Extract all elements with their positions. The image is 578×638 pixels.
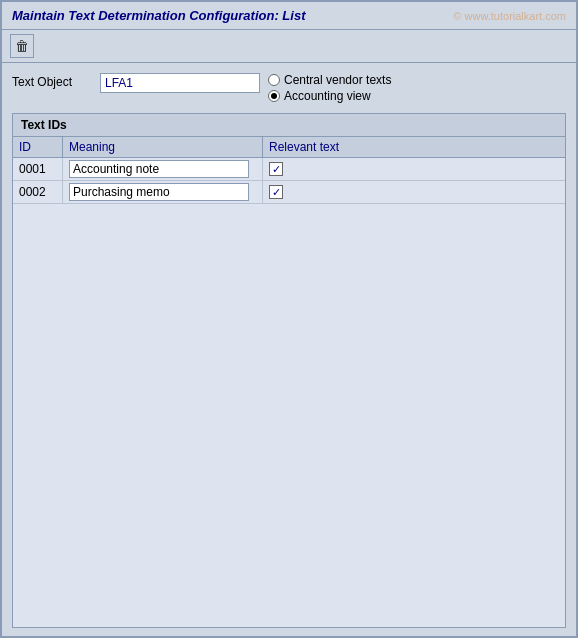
row2-meaning-cell xyxy=(63,181,263,203)
section-header: Text IDs xyxy=(13,114,565,137)
row1-meaning-cell xyxy=(63,158,263,180)
radio-central-vendor[interactable]: Central vendor texts xyxy=(268,73,391,87)
watermark: © www.tutorialkart.com xyxy=(453,10,566,22)
text-object-row: Text Object Central vendor texts Account… xyxy=(12,71,566,105)
content-area: Text Object Central vendor texts Account… xyxy=(2,63,576,636)
radio-options-group: Central vendor texts Accounting view xyxy=(268,73,391,103)
column-header-relevant: Relevant text xyxy=(263,137,363,157)
column-header-meaning: Meaning xyxy=(63,137,263,157)
page-title: Maintain Text Determination Configuratio… xyxy=(12,8,305,23)
radio-accounting-icon xyxy=(268,90,280,102)
table-row: 0001 xyxy=(13,158,565,181)
text-object-input[interactable] xyxy=(100,73,260,93)
row2-relevant-cell xyxy=(263,181,363,203)
row2-relevant-checkbox[interactable] xyxy=(269,185,283,199)
text-ids-section: Text IDs ID Meaning Relevant text 0001 xyxy=(12,113,566,628)
main-window: Maintain Text Determination Configuratio… xyxy=(0,0,578,638)
toolbar: 🗑 xyxy=(2,30,576,63)
row2-id: 0002 xyxy=(13,181,63,203)
delete-button[interactable]: 🗑 xyxy=(10,34,34,58)
column-header-id: ID xyxy=(13,137,63,157)
table-body: 0001 0002 xyxy=(13,158,565,204)
row1-relevant-checkbox[interactable] xyxy=(269,162,283,176)
title-bar: Maintain Text Determination Configuratio… xyxy=(2,2,576,30)
row1-id: 0001 xyxy=(13,158,63,180)
radio-central-label: Central vendor texts xyxy=(284,73,391,87)
delete-icon: 🗑 xyxy=(15,38,29,54)
row1-meaning-input[interactable] xyxy=(69,160,249,178)
table-header: ID Meaning Relevant text xyxy=(13,137,565,158)
text-object-label: Text Object xyxy=(12,73,92,89)
radio-central-icon xyxy=(268,74,280,86)
table-container: ID Meaning Relevant text 0001 xyxy=(13,137,565,627)
radio-accounting-view[interactable]: Accounting view xyxy=(268,89,391,103)
table-row: 0002 xyxy=(13,181,565,204)
radio-accounting-label: Accounting view xyxy=(284,89,371,103)
row2-meaning-input[interactable] xyxy=(69,183,249,201)
row1-relevant-cell xyxy=(263,158,363,180)
